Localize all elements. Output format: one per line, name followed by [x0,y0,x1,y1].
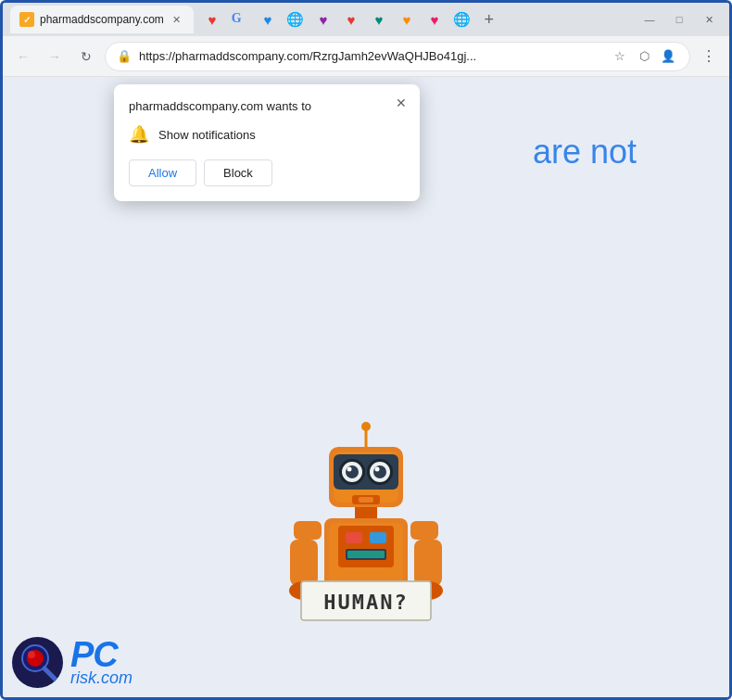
url-text: https://pharmaddscompany.com/RzrgJamh2ev… [139,49,602,63]
popup-buttons: Allow Block [129,159,405,186]
extensions-icon[interactable]: ⋮ [696,44,722,70]
svg-point-12 [375,467,380,472]
permission-popup: ✕ pharmaddscompany.com wants to 🔔 Show n… [114,84,420,201]
bookmark-icon[interactable]: ☆ [610,46,630,67]
pinned-tab-heart5[interactable]: ♥ [366,6,392,32]
tab-favicon [19,12,34,27]
popup-title: pharmaddscompany.com wants to [129,99,405,113]
close-button[interactable]: ✕ [696,10,722,29]
page-visible-text: are not [533,133,637,172]
svg-rect-14 [359,497,373,503]
pinned-tab-globe1[interactable]: 🌐 [283,6,309,32]
pcrisk-icon [12,637,63,688]
pcrisk-logo: PC risk.com [12,637,133,688]
popup-notification-row: 🔔 Show notifications [129,124,405,145]
pinned-tab-heart3[interactable]: ♥ [310,6,336,32]
pcrisk-subtext: risk.com [70,668,133,688]
pinned-tab-heart2[interactable]: ♥ [255,6,281,32]
svg-rect-15 [355,507,377,518]
pinned-tabs: ♥ G ♥ 🌐 ♥ ♥ ♥ ♥ ♥ 🌐 [199,6,475,32]
svg-rect-20 [370,532,386,543]
cast-icon[interactable]: ⬡ [634,46,654,67]
popup-close-button[interactable]: ✕ [392,94,410,112]
svg-point-34 [28,651,35,658]
svg-point-7 [346,465,359,478]
robot-illustration: HUMAN? [273,419,459,623]
svg-point-1 [361,422,371,431]
lock-icon: 🔒 [117,49,132,63]
pinned-tab-heart1[interactable]: ♥ [199,6,225,32]
pcrisk-brand-text: PC [70,637,118,672]
svg-rect-24 [290,540,318,586]
svg-rect-18 [338,526,394,567]
svg-point-8 [347,467,352,472]
svg-rect-27 [414,540,442,586]
tab-label: pharmaddscompany.com [40,13,164,26]
active-tab[interactable]: pharmaddscompany.com ✕ [10,6,194,33]
svg-rect-19 [346,532,362,543]
toolbar-icons: ⋮ [696,44,722,70]
pinned-tab-globe2[interactable]: 🌐 [449,6,475,32]
maximize-button[interactable]: □ [666,10,692,29]
address-bar[interactable]: 🔒 https://pharmaddscompany.com/RzrgJamh2… [105,42,690,71]
browser-window: pharmaddscompany.com ✕ ♥ G ♥ 🌐 ♥ ♥ ♥ ♥ ♥… [0,0,732,700]
pinned-tab-heart6[interactable]: ♥ [394,6,420,32]
new-tab-button[interactable]: + [477,7,501,32]
pinned-tab-heart4[interactable]: ♥ [338,6,364,32]
pcrisk-text-group: PC risk.com [70,637,133,688]
minimize-button[interactable]: — [637,10,663,29]
page-content: ✕ pharmaddscompany.com wants to 🔔 Show n… [3,77,729,697]
address-icons: ☆ ⬡ 👤 [610,46,678,67]
block-button[interactable]: Block [204,159,272,186]
svg-rect-22 [347,551,385,558]
bell-icon: 🔔 [129,124,149,145]
svg-line-35 [44,668,56,680]
allow-button[interactable]: Allow [129,159,196,186]
forward-button[interactable]: → [42,44,68,70]
tab-bar: pharmaddscompany.com ✕ ♥ G ♥ 🌐 ♥ ♥ ♥ ♥ ♥… [10,6,625,33]
profile-icon[interactable]: 👤 [658,46,678,67]
svg-text:HUMAN?: HUMAN? [323,591,408,614]
window-controls: — □ ✕ [637,10,722,29]
svg-rect-23 [294,521,322,540]
nav-bar: ← → ↻ 🔒 https://pharmaddscompany.com/Rzr… [3,36,729,77]
pinned-tab-heart7[interactable]: ♥ [422,6,448,32]
robot-svg: HUMAN? [273,419,459,623]
pinned-tab-google[interactable]: G [227,6,253,32]
back-button[interactable]: ← [10,44,36,70]
title-bar: pharmaddscompany.com ✕ ♥ G ♥ 🌐 ♥ ♥ ♥ ♥ ♥… [3,3,729,36]
svg-rect-26 [410,521,438,540]
svg-point-11 [373,465,386,478]
reload-button[interactable]: ↻ [73,44,99,70]
tab-close-button[interactable]: ✕ [170,12,184,27]
notification-label: Show notifications [158,128,256,142]
